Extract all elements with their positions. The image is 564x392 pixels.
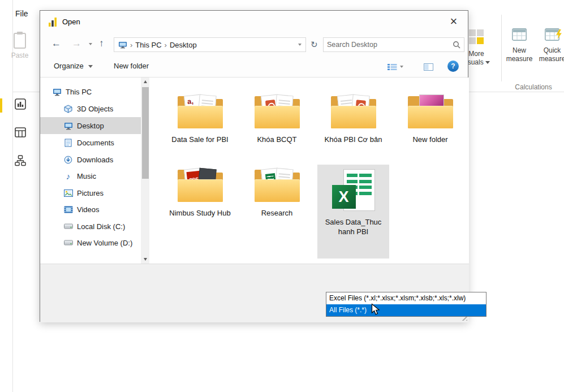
data-view-icon — [15, 127, 26, 138]
mouse-cursor-icon — [371, 303, 381, 318]
file-item-label: Sales Data_Thuc hanh PBI — [322, 217, 385, 236]
new-measure-button[interactable]: New measure — [505, 28, 534, 63]
ribbon-group-separator — [501, 15, 502, 81]
up-icon[interactable] — [99, 38, 104, 49]
model-view-button[interactable] — [15, 155, 27, 167]
tree-scrollbar[interactable] — [141, 77, 149, 264]
menu-file[interactable]: File — [15, 9, 28, 18]
file-item-label: New folder — [412, 135, 447, 144]
file-item-label: Research — [261, 208, 293, 218]
folder-icon: a, — [176, 94, 224, 131]
forward-icon[interactable] — [72, 38, 81, 49]
sidebar-item-label: Music — [77, 172, 96, 180]
file-item-nimbus-study-hub[interactable]: Nimbus Study Hub — [164, 165, 236, 218]
dialog-title: Open — [62, 18, 80, 26]
scrollbar-up-icon[interactable] — [141, 77, 149, 86]
file-type-option-all-files[interactable]: All Files (*.*) — [326, 304, 486, 316]
file-type-option-excel[interactable]: Excel Files (*.xl;*.xlsx;*.xlsm;*.xlsb;*… — [326, 292, 486, 304]
file-item-label: Khóa BCQT — [257, 135, 296, 144]
computer-icon — [52, 87, 62, 96]
sidebar-item-label: Documents — [77, 139, 114, 147]
paste-button[interactable]: Paste — [7, 33, 33, 59]
sidebar-item-downloads[interactable]: Downloads — [40, 151, 141, 168]
sidebar-item-local-disk-c[interactable]: Local Disk (C:) — [40, 218, 141, 235]
open-dialog: Open This PC Desktop — [40, 10, 468, 322]
sidebar-item-label: Local Disk (C:) — [77, 222, 125, 231]
close-icon[interactable] — [446, 14, 461, 29]
quick-measure-icon — [544, 28, 561, 43]
dialog-nav-row: This PC Desktop — [40, 33, 468, 56]
preview-pane-button[interactable] — [424, 63, 433, 73]
data-view-button[interactable] — [15, 127, 27, 139]
chevron-down-icon — [485, 61, 490, 64]
organize-label: Organize — [54, 62, 84, 70]
sidebar-item-desktop[interactable]: Desktop — [40, 117, 141, 134]
dialog-titlebar[interactable]: Open — [40, 11, 468, 33]
new-measure-label: New measure — [506, 46, 533, 63]
preview-pane-icon — [424, 63, 433, 71]
report-view-button[interactable] — [15, 98, 27, 111]
address-dropdown-chevron-icon[interactable] — [298, 44, 302, 46]
dialog-content: This PC 3D Objects Desktop Documents Dow… — [40, 77, 469, 264]
file-item-label: Data Sale for PBI — [171, 135, 228, 144]
power-bi-icon — [48, 17, 58, 27]
sidebar-item-label: Pictures — [77, 189, 104, 197]
sidebar-item-pictures[interactable]: Pictures — [40, 184, 141, 201]
paste-icon — [14, 33, 26, 49]
sidebar-item-documents[interactable]: Documents — [40, 134, 141, 151]
quick-measure-label: Quick measure — [539, 46, 564, 63]
cube-icon — [63, 104, 73, 113]
ribbon-border — [468, 92, 564, 92]
sidebar-item-3d-objects[interactable]: 3D Objects — [40, 100, 141, 117]
sidebar-item-label: New Volume (D:) — [77, 239, 132, 247]
sidebar-item-videos[interactable]: Videos — [40, 201, 141, 218]
selected-view-indicator — [0, 98, 2, 113]
change-view-button[interactable] — [388, 63, 397, 73]
scrollbar-thumb[interactable] — [142, 87, 149, 179]
ribbon-border — [13, 92, 40, 92]
breadcrumb-desktop[interactable]: Desktop — [170, 41, 197, 49]
search-input[interactable] — [327, 41, 453, 49]
music-note-icon — [63, 171, 73, 180]
folder-icon — [176, 168, 224, 204]
recent-locations-chevron-icon[interactable] — [89, 43, 92, 45]
file-item-data-sale-for-pbi[interactable]: a, Data Sale for PBI — [164, 91, 236, 144]
download-icon — [63, 155, 73, 164]
folder-tree: This PC 3D Objects Desktop Documents Dow… — [40, 77, 141, 264]
file-type-dropdown-list: Excel Files (*.xl;*.xlsx;*.xlsm;*.xlsb;*… — [326, 292, 486, 317]
file-item-new-folder[interactable]: New folder — [394, 91, 466, 144]
sidebar-item-label: Downloads — [77, 156, 113, 164]
help-icon[interactable] — [447, 61, 459, 72]
file-item-khoa-pbi-co-ban[interactable]: Khóa PBI Cơ bản — [317, 91, 389, 144]
views-chevron-icon[interactable] — [400, 66, 403, 68]
file-item-sales-data-thuc-hanh-pbi[interactable]: Sales Data_Thuc hanh PBI — [317, 165, 389, 259]
sidebar-item-label: This PC — [66, 88, 92, 96]
new-folder-button[interactable]: New folder — [114, 62, 149, 70]
document-icon — [63, 138, 73, 147]
refresh-icon[interactable] — [311, 39, 318, 50]
file-item-label: Nimbus Study Hub — [169, 208, 230, 218]
search-box[interactable] — [323, 37, 464, 52]
more-visuals-icon — [468, 28, 485, 46]
new-measure-icon — [511, 28, 528, 43]
back-icon[interactable] — [51, 38, 61, 49]
file-item-research[interactable]: Research — [241, 165, 313, 218]
excel-file-icon — [328, 168, 380, 213]
breadcrumb-this-pc[interactable]: This PC — [135, 41, 161, 49]
file-item-khoa-bcqt[interactable]: Khóa BCQT — [241, 91, 313, 144]
chevron-down-icon — [88, 65, 93, 68]
dialog-toolbar: Organize New folder — [40, 56, 468, 77]
quick-measure-button[interactable]: Quick measure — [536, 28, 564, 63]
organize-button[interactable]: Organize — [54, 62, 93, 70]
sidebar-item-new-volume-d[interactable]: New Volume (D:) — [40, 234, 141, 251]
sidebar-item-this-pc[interactable]: This PC — [40, 83, 141, 100]
monitor-icon — [63, 121, 73, 130]
paste-label: Paste — [7, 51, 33, 59]
video-icon — [63, 205, 73, 214]
address-bar[interactable]: This PC Desktop — [114, 37, 306, 52]
new-folder-label: New folder — [114, 62, 149, 70]
sidebar-item-music[interactable]: Music — [40, 167, 141, 184]
folder-icon — [253, 168, 301, 204]
breadcrumb-chevron-icon — [130, 41, 132, 49]
scrollbar-down-icon[interactable] — [141, 255, 149, 264]
